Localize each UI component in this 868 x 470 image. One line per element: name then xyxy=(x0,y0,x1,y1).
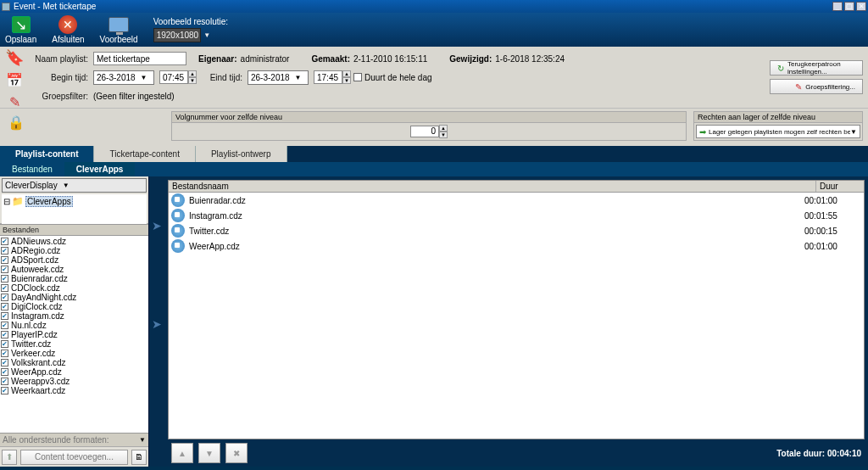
begin-time-input[interactable]: 07:45 xyxy=(159,70,188,84)
checkbox-icon[interactable]: ✔ xyxy=(1,238,8,245)
row-filename: WeerApp.cdz xyxy=(187,242,804,251)
subtab-files[interactable]: Bestanden xyxy=(0,162,64,176)
checkbox-icon[interactable]: ✔ xyxy=(1,378,8,385)
subtab-cleverapps[interactable]: CleverApps xyxy=(64,162,136,176)
begin-date-dropdown[interactable]: 26-3-2018▼ xyxy=(93,70,154,85)
remove-button[interactable]: ✖ xyxy=(225,443,248,463)
formats-dropdown[interactable]: Alle ondersteunde formaten: ▼ xyxy=(0,433,148,446)
minus-icon: ⊟ xyxy=(3,197,10,206)
end-time-spinner[interactable]: ▲▼ xyxy=(342,70,351,84)
list-item[interactable]: ✔WeerApp.cdz xyxy=(1,367,147,377)
right-panel: Bestandsnaam Duur Buienradar.cdz00:01:00… xyxy=(164,176,868,467)
list-item[interactable]: ✔Buienradar.cdz xyxy=(1,274,147,283)
preview-button[interactable]: Voorbeeld xyxy=(100,15,138,44)
groupfilter-button[interactable]: ✎ Groepsfiltering... xyxy=(770,79,863,94)
tab-playlist-design[interactable]: Playlist-ontwerp xyxy=(196,146,287,162)
add-content-button[interactable]: Content toevoegen... xyxy=(20,450,128,465)
list-item[interactable]: ✔PlayerIP.cdz xyxy=(1,330,147,339)
left-panel: CleverDisplay▼ ⊟ 📁 CleverApps Bestanden … xyxy=(0,176,149,467)
checkbox-icon[interactable]: ✔ xyxy=(1,340,8,348)
file-name: Verkeer.cdz xyxy=(11,349,55,358)
checkbox-icon[interactable]: ✔ xyxy=(1,387,8,394)
checkbox-icon[interactable]: ✔ xyxy=(1,359,8,366)
end-date-dropdown[interactable]: 26-3-2018▼ xyxy=(248,70,309,85)
minimize-button[interactable]: _ xyxy=(832,2,843,11)
calendar-icon[interactable]: 📅 xyxy=(3,70,25,89)
close-button[interactable]: ✕ Afsluiten xyxy=(52,15,84,44)
tree-node[interactable]: ⊟ 📁 CleverApps xyxy=(3,196,145,207)
list-item[interactable]: ✔DigiClock.cdz xyxy=(1,302,147,311)
list-item[interactable]: ✔DayAndNight.cdz xyxy=(1,293,147,302)
owner-label: Eigenaar: xyxy=(198,54,237,64)
mid-strip: 🔒 Volgnummer voor zelfde niveau 0 ▲▼ Rec… xyxy=(0,108,868,146)
sequence-spinner[interactable]: ▲▼ xyxy=(439,125,448,138)
checkbox-icon[interactable]: ✔ xyxy=(1,322,8,329)
files-header: Bestanden xyxy=(0,224,148,236)
rights-dropdown[interactable]: ➡ Lager gelegen playlisten mogen zelf re… xyxy=(696,125,860,138)
list-item[interactable]: ✔Autoweek.cdz xyxy=(1,265,147,274)
transfer-right-bottom[interactable]: ➤ xyxy=(152,317,162,331)
close-label: Afsluiten xyxy=(52,35,84,44)
list-item[interactable]: ✔Weerappv3.cdz xyxy=(1,377,147,386)
maximize-button[interactable]: ▢ xyxy=(844,2,854,11)
filter-value[interactable]: (Geen filter ingesteld) xyxy=(93,92,175,101)
col-duration[interactable]: Duur xyxy=(816,181,864,192)
list-item[interactable]: ✔Instagram.cdz xyxy=(1,311,147,321)
source-dropdown[interactable]: CleverDisplay▼ xyxy=(2,178,147,193)
table-row[interactable]: WeerApp.cdz00:01:00 xyxy=(169,238,864,254)
move-up-button[interactable]: ▲ xyxy=(171,443,193,463)
list-item[interactable]: ✔CDClock.cdz xyxy=(1,283,147,293)
recurrence-button[interactable]: ↻ Terugkeerpatroon instellingen... xyxy=(770,60,863,76)
row-filename: Instagram.cdz xyxy=(187,211,804,221)
checkbox-icon[interactable]: ✔ xyxy=(1,368,8,376)
list-item[interactable]: ✔Weerkaart.cdz xyxy=(1,386,147,395)
col-filename[interactable]: Bestandsnaam xyxy=(169,181,816,192)
checkbox-icon[interactable]: ✔ xyxy=(1,294,8,301)
checkbox-icon[interactable]: ✔ xyxy=(1,266,8,273)
save-button[interactable]: ↘ Opslaan xyxy=(5,15,36,44)
sequence-input[interactable]: 0 xyxy=(410,126,439,137)
lock-icon[interactable]: 🔒 xyxy=(5,111,27,133)
checkbox-icon[interactable]: ✔ xyxy=(1,350,8,357)
begin-time-spinner[interactable]: ▲▼ xyxy=(188,70,197,84)
list-item[interactable]: ✔Volkskrant.cdz xyxy=(1,358,147,367)
list-item[interactable]: ✔ADSport.cdz xyxy=(1,255,147,265)
tag-icon[interactable]: 🔖 xyxy=(3,48,25,67)
x-icon: ✖ xyxy=(233,449,240,458)
list-item[interactable]: ✔Verkeer.cdz xyxy=(1,349,147,358)
close-window-button[interactable]: ✕ xyxy=(856,2,866,11)
list-item[interactable]: ✔ADRegio.cdz xyxy=(1,246,147,255)
created-label: Gemaakt: xyxy=(311,54,350,64)
checkbox-icon[interactable]: ✔ xyxy=(1,331,8,339)
pencil-icon[interactable]: ✎ xyxy=(3,92,25,111)
checkbox-icon[interactable]: ✔ xyxy=(1,284,8,292)
list-item[interactable]: ✔Nu.nl.cdz xyxy=(1,321,147,330)
name-input[interactable]: Met tickertape xyxy=(93,52,186,65)
checkbox-icon[interactable]: ✔ xyxy=(1,247,8,255)
move-down-button[interactable]: ▼ xyxy=(198,443,220,463)
list-item[interactable]: ✔ADNieuws.cdz xyxy=(1,237,147,246)
app-icon xyxy=(2,3,10,11)
upload-button[interactable]: ⬆ xyxy=(2,450,17,465)
table-row[interactable]: Instagram.cdz00:01:55 xyxy=(169,208,864,223)
document-button[interactable]: 🗎 xyxy=(131,450,147,465)
tab-tickertape-content[interactable]: Tickertape-content xyxy=(94,146,195,162)
tab-playlist-content[interactable]: Playlist-content xyxy=(0,146,94,162)
checkbox-icon[interactable]: ✔ xyxy=(1,303,8,311)
table-row[interactable]: Buienradar.cdz00:01:00 xyxy=(169,193,864,208)
file-name: Buienradar.cdz xyxy=(11,274,68,283)
file-list[interactable]: ✔ADNieuws.cdz✔ADRegio.cdz✔ADSport.cdz✔Au… xyxy=(0,236,148,433)
end-label: Eind tijd: xyxy=(207,73,248,82)
checkbox-icon[interactable]: ✔ xyxy=(1,275,8,283)
transfer-right-top[interactable]: ➤ xyxy=(152,219,162,232)
end-time-input[interactable]: 17:45 xyxy=(314,70,342,84)
grid-body[interactable]: Buienradar.cdz00:01:00Instagram.cdz00:01… xyxy=(169,193,864,439)
folder-tree[interactable]: ⊟ 📁 CleverApps xyxy=(2,194,147,225)
checkbox-icon[interactable]: ✔ xyxy=(1,312,8,320)
allday-checkbox[interactable] xyxy=(353,73,362,81)
table-row[interactable]: Twitter.cdz00:00:15 xyxy=(169,223,864,238)
filter-icon: ✎ xyxy=(795,82,802,92)
checkbox-icon[interactable]: ✔ xyxy=(1,256,8,264)
list-item[interactable]: ✔Twitter.cdz xyxy=(1,339,147,349)
resolution-dropdown[interactable]: 1920x1080 ▼ xyxy=(153,28,201,42)
